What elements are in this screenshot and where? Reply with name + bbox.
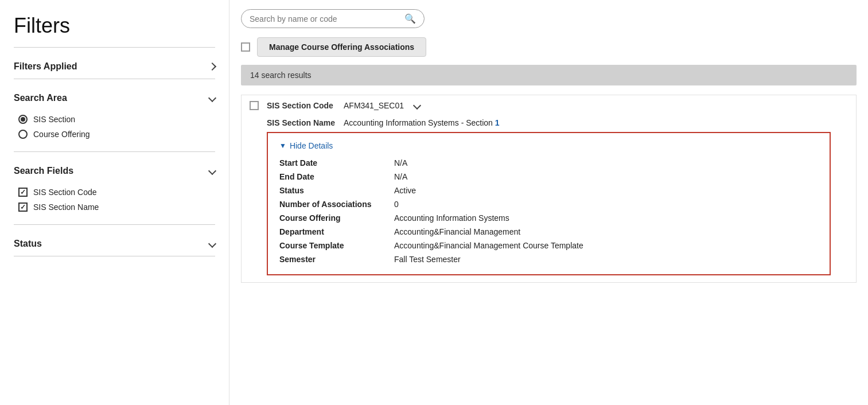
details-key: End Date xyxy=(279,172,394,181)
radio-sis-section-label: SIS Section xyxy=(33,115,75,124)
details-row: End DateN/A xyxy=(279,170,818,184)
sis-section-code-dropdown-button[interactable] xyxy=(414,103,420,108)
details-row: DepartmentAccounting&Financial Managemen… xyxy=(279,225,818,239)
details-table: Start DateN/AEnd DateN/AStatusActiveNumb… xyxy=(279,156,818,266)
details-value: N/A xyxy=(394,172,407,181)
divider-1 xyxy=(14,47,215,48)
radio-course-offering-label: Course Offering xyxy=(33,130,90,139)
radio-course-offering[interactable]: Course Offering xyxy=(18,130,215,139)
search-fields-chevron-icon xyxy=(208,167,216,175)
sidebar-title: Filters xyxy=(14,14,215,38)
checkbox-sis-section-name-input[interactable] xyxy=(18,202,28,212)
search-fields-label: Search Fields xyxy=(14,166,73,176)
radio-sis-section-input[interactable] xyxy=(18,115,28,124)
result-subheader-row: SIS Section Name Accounting Information … xyxy=(242,116,856,130)
details-key: Number of Associations xyxy=(279,200,394,209)
filters-applied-label: Filters Applied xyxy=(14,61,77,72)
sis-section-code-value: AFM341_SEC01 xyxy=(344,101,404,110)
details-row: StatusActive xyxy=(279,184,818,197)
checkbox-sis-section-code-label: SIS Section Code xyxy=(33,188,97,197)
search-box[interactable]: 🔍 xyxy=(241,9,425,28)
divider-4 xyxy=(14,224,215,225)
radio-course-offering-input[interactable] xyxy=(18,130,28,139)
details-value: Accounting Information Systems xyxy=(394,213,509,223)
details-value: Accounting&Financial Management xyxy=(394,227,520,236)
status-chevron-icon xyxy=(208,240,216,248)
details-row: Number of Associations0 xyxy=(279,197,818,211)
details-row: Course TemplateAccounting&Financial Mana… xyxy=(279,239,818,252)
sidebar: Filters Filters Applied Search Area SIS … xyxy=(0,0,229,405)
select-all-checkbox[interactable] xyxy=(241,42,250,52)
details-key: Course Offering xyxy=(279,213,394,223)
manage-course-offering-button[interactable]: Manage Course Offering Associations xyxy=(257,37,426,57)
filters-applied-chevron-icon xyxy=(208,63,216,71)
status-section-header[interactable]: Status xyxy=(14,232,215,256)
hide-details-label: Hide Details xyxy=(290,141,333,150)
sis-section-name-label: SIS Section Name xyxy=(267,118,336,127)
details-value: Accounting&Financial Management Course T… xyxy=(394,241,583,250)
dropdown-chevron-icon xyxy=(413,102,421,110)
manage-btn-row: Manage Course Offering Associations xyxy=(241,37,857,57)
search-area-section-header[interactable]: Search Area xyxy=(14,86,215,110)
divider-3 xyxy=(14,151,215,152)
divider-2 xyxy=(14,79,215,79)
checkbox-sis-section-name[interactable]: SIS Section Name xyxy=(18,202,215,212)
radio-sis-section[interactable]: SIS Section xyxy=(18,115,215,124)
checkbox-sis-section-code[interactable]: SIS Section Code xyxy=(18,188,215,197)
result-row-checkbox[interactable] xyxy=(250,101,259,110)
details-value: Fall Test Semester xyxy=(394,255,461,264)
search-input[interactable] xyxy=(250,14,404,24)
details-key: Semester xyxy=(279,255,394,264)
details-panel: ▼ Hide Details Start DateN/AEnd DateN/AS… xyxy=(267,132,831,275)
hide-details-chevron-icon: ▼ xyxy=(279,142,286,150)
hide-details-row[interactable]: ▼ Hide Details xyxy=(279,141,818,150)
search-area-chevron-icon xyxy=(208,94,216,102)
details-key: Department xyxy=(279,227,394,236)
details-value: N/A xyxy=(394,158,407,168)
search-fields-content: SIS Section Code SIS Section Name xyxy=(14,183,215,224)
status-label: Status xyxy=(14,239,42,249)
details-key: Status xyxy=(279,186,394,195)
details-key: Start Date xyxy=(279,158,394,168)
result-header-row: SIS Section Code AFM341_SEC01 xyxy=(242,95,856,116)
checkbox-sis-section-name-label: SIS Section Name xyxy=(33,202,99,212)
checkbox-sis-section-code-input[interactable] xyxy=(18,188,28,197)
details-value: 0 xyxy=(394,200,399,209)
divider-5 xyxy=(14,256,215,256)
search-icon: 🔍 xyxy=(404,13,416,24)
results-count: 14 search results xyxy=(250,71,312,80)
search-area-content: SIS Section Course Offering xyxy=(14,110,215,151)
search-bar-row: 🔍 xyxy=(241,9,857,28)
details-row: SemesterFall Test Semester xyxy=(279,252,818,266)
details-row: Course OfferingAccounting Information Sy… xyxy=(279,211,818,225)
main-content: 🔍 Manage Course Offering Associations 14… xyxy=(229,0,868,405)
sis-section-name-highlight: 1 xyxy=(495,118,500,127)
sis-section-code-label: SIS Section Code xyxy=(267,101,336,110)
result-item: SIS Section Code AFM341_SEC01 SIS Sectio… xyxy=(241,95,857,283)
filters-applied-section[interactable]: Filters Applied xyxy=(14,54,215,79)
details-value: Active xyxy=(394,186,416,195)
details-row: Start DateN/A xyxy=(279,156,818,170)
results-bar: 14 search results xyxy=(241,65,857,85)
search-fields-section-header[interactable]: Search Fields xyxy=(14,159,215,183)
sis-section-name-value: Accounting Information Systems - Section… xyxy=(344,118,500,127)
details-key: Course Template xyxy=(279,241,394,250)
search-area-label: Search Area xyxy=(14,93,67,103)
